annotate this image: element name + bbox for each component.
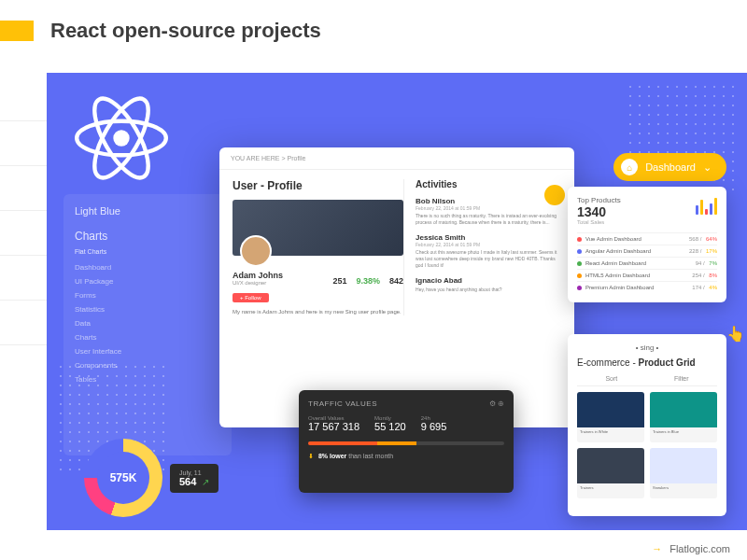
sidebar-item[interactable]: Data [75,316,220,330]
sidebar-item[interactable]: Components [75,358,220,372]
hero-panel: Light Blue Charts Flat Charts Dashboard … [47,73,747,530]
top-products-card: Top Products 1340 Total Sales Vue Admin … [568,187,726,302]
sidebar-item[interactable]: Tables [75,372,220,386]
user-name: Adam Johns [233,271,283,280]
activity-item: Ignacio Abad Hey, have you heard anythin… [416,276,561,293]
sidebar-brand: Light Blue [75,205,220,217]
breadcrumb: YOU ARE HERE > Profile [219,147,574,170]
ecom-title: E-commerce - Product Grid [577,357,717,368]
page-header: React open-source projects [0,0,747,52]
product-tile[interactable]: Trainers [577,448,644,498]
trend-up-icon: ↗ [202,477,209,487]
sidebar-item[interactable]: Statistics [75,302,220,316]
sidebar-section: Charts [75,230,220,243]
sidebar-item[interactable]: Forms [75,288,220,302]
chevron-down-icon: ⌄ [703,161,712,174]
card-subtitle: Total Sales [577,219,717,225]
traffic-card: ⚙ ⊕ TRAFFIC VALUES Overall Values17 567 … [299,390,514,493]
product-row[interactable]: HTML5 Admin Dashboard254 / 8% [577,269,717,281]
traffic-title: TRAFFIC VALUES [308,399,504,408]
traffic-metric: Overall Values17 567 318 [308,415,359,432]
profile-bio: My name is Adam Johns and here is my new… [233,308,403,315]
accent-block [0,21,34,41]
sidebar-preview: Light Blue Charts Flat Charts Dashboard … [63,194,232,455]
ecommerce-card: • sing • E-commerce - Product Grid Sort … [568,334,726,516]
donut-chart-area: 575K July, 11 564↗ [84,439,218,517]
footer-link[interactable]: → Flatlogic.com [635,538,747,560]
product-row[interactable]: Premium Admin Dashboard174 / 4% [577,281,717,293]
arrow-right-icon: → [652,543,662,554]
react-logo-icon [75,91,168,185]
traffic-delta: ⬇ 8% lower than last month [308,453,504,460]
edit-fab-button[interactable] [544,185,565,205]
traffic-metric: Montly55 120 [374,415,406,432]
activity-item: Jessica Smith February 22, 2014 at 01:59… [416,233,561,269]
user-role: UI/X designer [233,280,283,286]
activity-item: Bob Nilson February 22, 2014 at 01:59 PM… [416,197,561,226]
product-row[interactable]: Vue Admin Dashboard568 / 64% [577,232,717,245]
sidebar-item[interactable]: UI Package [75,274,220,288]
profile-heading: User - Profile [233,179,403,192]
donut-chart: 575K [84,439,162,517]
product-row[interactable]: React Admin Dashboard94 / 7% [577,257,717,269]
traffic-metric: 24h9 695 [421,415,447,432]
activities-heading: Activities [416,179,561,189]
donut-center-value: 575K [97,452,149,504]
profile-card: YOU ARE HERE > Profile User - Profile Ad… [219,147,574,427]
sidebar-item[interactable]: Charts [75,330,220,344]
sidebar-item[interactable]: User Interface [75,344,220,358]
product-tile[interactable]: Trainers in White [577,392,644,442]
product-row[interactable]: Angular Admin Dashboard228 / 17% [577,245,717,257]
mini-barchart-icon [696,196,717,215]
down-arrow-icon: ⬇ [308,453,314,459]
traffic-progress-bar [308,441,504,445]
gear-icon[interactable]: ⚙ ⊕ [489,399,504,408]
svg-point-0 [113,130,129,146]
home-icon: ⌂ [621,159,638,175]
product-tile[interactable]: Sneakers [650,448,717,498]
dashboard-dropdown[interactable]: ⌂ Dashboard ⌄ [613,153,726,181]
cursor-pointer-icon: 👆 [726,325,745,343]
filter-button[interactable]: Filter [674,375,689,382]
cover-photo [233,200,403,256]
page-title: React open-source projects [50,19,321,43]
sort-button[interactable]: Sort [605,375,617,382]
follow-button[interactable]: + Follow [233,293,269,302]
sidebar-item[interactable]: Dashboard [75,260,220,274]
ecom-brand: • sing • [577,343,717,352]
chart-tooltip: July, 11 564↗ [170,464,218,493]
product-tile[interactable]: Trainers in Blue [650,392,717,442]
